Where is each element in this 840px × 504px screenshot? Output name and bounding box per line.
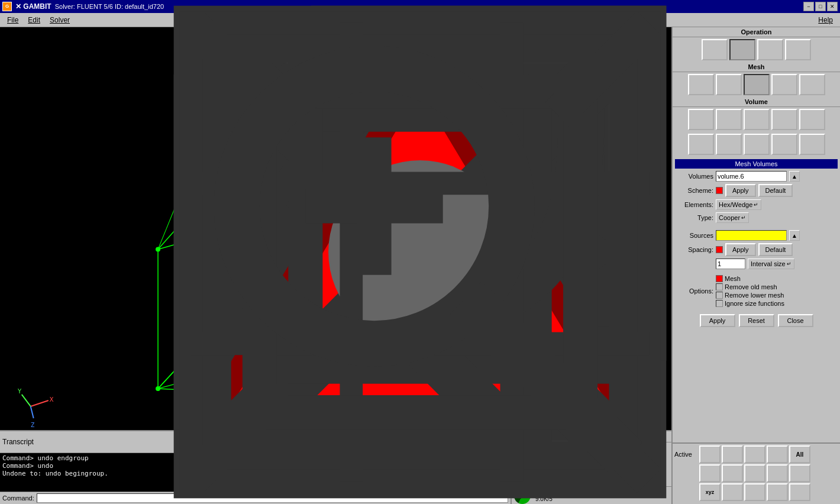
active-section: Active All [673,442,840,504]
right-panel: Operation Mesh [671,27,840,504]
active-zoom-btn[interactable] [789,483,810,501]
